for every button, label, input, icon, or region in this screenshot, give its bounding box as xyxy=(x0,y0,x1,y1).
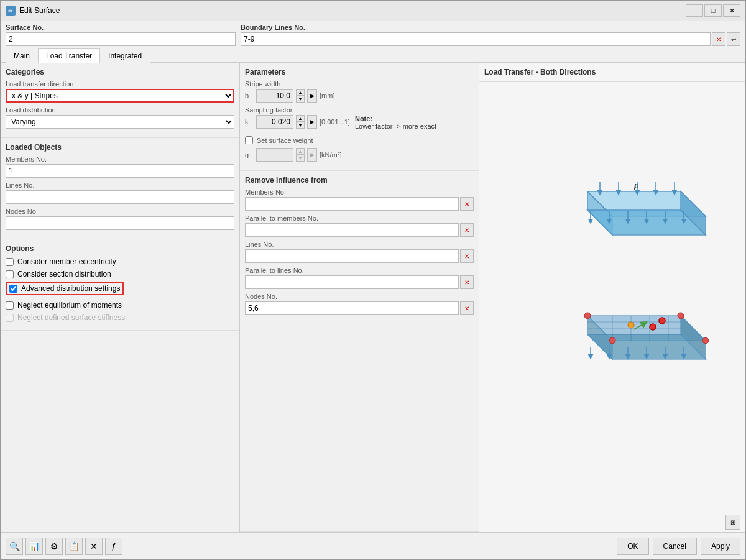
title-bar: ✏ Edit Surface ─ □ ✕ xyxy=(1,1,745,21)
neglect-equilibrium-checkbox[interactable] xyxy=(6,301,14,310)
window-controls: ─ □ ✕ xyxy=(686,4,740,17)
action-buttons: OK Cancel Apply xyxy=(617,538,740,555)
load-distribution-label: Load distribution xyxy=(6,106,234,114)
delete-icon-button[interactable]: ✕ xyxy=(85,538,103,555)
g-spinners: ▲ ▼ xyxy=(296,148,305,162)
svg-point-31 xyxy=(609,337,615,344)
diagram-area: p xyxy=(479,82,745,512)
ri-parallel-lines-clear[interactable]: ✕ xyxy=(460,275,474,289)
sampling-note: Note: Lower factor -> more exact xyxy=(355,115,436,130)
consider-section-checkbox[interactable] xyxy=(6,270,14,278)
consider-eccentricity-row: Consider member eccentricity xyxy=(6,257,234,267)
stripe-width-down[interactable]: ▼ xyxy=(296,96,305,103)
stripe-width-row: Stripe width b ▲ ▼ ▶ [mm] xyxy=(245,80,474,103)
ri-parallel-members-input[interactable] xyxy=(245,223,459,237)
stripe-width-unit: [mm] xyxy=(320,92,334,99)
ri-members-input-group: ✕ xyxy=(245,197,474,211)
consider-eccentricity-label: Consider member eccentricity xyxy=(17,257,116,266)
stripe-width-arrow[interactable]: ▶ xyxy=(307,89,317,103)
function-icon-button[interactable]: ƒ xyxy=(105,538,122,555)
neglect-stiffness-checkbox xyxy=(6,314,14,322)
sampling-factor-input[interactable] xyxy=(256,115,293,129)
parameters-title: Parameters xyxy=(245,68,474,76)
sampling-down[interactable]: ▼ xyxy=(296,122,305,129)
options-section: Options Consider member eccentricity Con… xyxy=(1,239,239,331)
left-panel: Categories Load transfer direction x & y… xyxy=(1,63,240,532)
right-panel-title: Load Transfer - Both Directions xyxy=(479,63,745,82)
k-label: k xyxy=(245,118,254,126)
loaded-objects-title: Loaded Objects xyxy=(6,143,234,152)
loaded-lines-input[interactable] xyxy=(6,190,234,204)
boundary-lines-input[interactable] xyxy=(241,32,711,46)
stripe-width-spinners: ▲ ▼ xyxy=(296,89,305,103)
tab-integrated[interactable]: Integrated xyxy=(100,48,150,63)
set-surface-weight-label: Set surface weight xyxy=(257,137,313,144)
middle-panel: Parameters Stripe width b ▲ ▼ ▶ [mm] xyxy=(240,63,479,532)
sampling-arrow[interactable]: ▶ xyxy=(307,115,317,129)
ri-nodes-label: Nodes No. xyxy=(245,293,474,300)
load-distribution-select[interactable]: Varying Uniform xyxy=(6,115,234,129)
boundary-input-group: ✕ ↩ xyxy=(241,32,740,46)
tab-main[interactable]: Main xyxy=(6,48,38,63)
svg-point-28 xyxy=(584,313,591,319)
sampling-up[interactable]: ▲ xyxy=(296,115,305,122)
ri-nodes-input[interactable] xyxy=(245,301,459,315)
close-button[interactable]: ✕ xyxy=(723,4,740,17)
loaded-members-row: Members No. xyxy=(6,155,234,178)
ri-parallel-lines-input[interactable] xyxy=(245,275,459,289)
ok-button[interactable]: OK xyxy=(617,538,648,555)
tab-load-transfer[interactable]: Load Transfer xyxy=(38,48,100,63)
surface-no-group: Surface No. xyxy=(6,24,236,46)
set-surface-row: Set surface weight xyxy=(245,136,474,144)
window-icon: ✏ xyxy=(6,6,16,16)
g-unit: [kN/m²] xyxy=(320,151,341,158)
maximize-button[interactable]: □ xyxy=(704,4,722,17)
boundary-refresh-button[interactable]: ↩ xyxy=(727,32,740,46)
minimize-button[interactable]: ─ xyxy=(686,4,703,17)
settings-icon-button[interactable]: ⚙ xyxy=(45,538,63,555)
ri-parallel-members-row: Parallel to members No. ✕ xyxy=(245,214,474,237)
table-icon-button[interactable]: 📊 xyxy=(25,538,43,555)
ri-nodes-row: Nodes No. ✕ xyxy=(245,293,474,315)
g-input xyxy=(256,148,293,162)
stripe-width-input[interactable] xyxy=(256,89,293,103)
set-surface-weight-checkbox[interactable] xyxy=(245,136,253,144)
boundary-lines-label: Boundary Lines No. xyxy=(241,24,740,31)
g-row: g ▲ ▼ ▶ [kN/m²] xyxy=(245,148,474,162)
consider-section-label: Consider section distribution xyxy=(17,270,111,278)
ri-parallel-lines-row: Parallel to lines No. ✕ xyxy=(245,267,474,289)
load-distribution-row: Load distribution Varying Uniform xyxy=(6,106,234,129)
loaded-lines-row: Lines No. xyxy=(6,181,234,204)
neglect-equilibrium-label: Neglect equilibrium of moments xyxy=(17,301,122,310)
tab-bar: Main Load Transfer Integrated xyxy=(1,48,745,63)
svg-text:p: p xyxy=(633,181,638,190)
copy-icon-button[interactable]: 📋 xyxy=(65,538,83,555)
advanced-distribution-row: Advanced distribution settings xyxy=(6,282,124,295)
loaded-members-input[interactable] xyxy=(6,164,234,178)
boundary-clear-button[interactable]: ✕ xyxy=(712,32,725,46)
stripe-width-up[interactable]: ▲ xyxy=(296,89,305,96)
cancel-button[interactable]: Cancel xyxy=(653,538,697,555)
sampling-factor-input-row: k ▲ ▼ ▶ [0.001...1] xyxy=(245,115,350,129)
ri-parallel-members-clear[interactable]: ✕ xyxy=(460,223,474,237)
loaded-nodes-input[interactable] xyxy=(6,216,234,230)
consider-eccentricity-checkbox[interactable] xyxy=(6,258,14,266)
apply-button[interactable]: Apply xyxy=(701,538,740,555)
ri-lines-clear[interactable]: ✕ xyxy=(460,249,474,263)
search-icon-button[interactable]: 🔍 xyxy=(6,538,23,555)
neglect-stiffness-label: Neglect defined surface stiffness xyxy=(17,313,125,322)
advanced-distribution-checkbox[interactable] xyxy=(9,285,17,293)
zoom-button[interactable]: ⊞ xyxy=(725,515,740,530)
load-transfer-direction-select[interactable]: x & y | Stripes x | Stripes y | Stripes xyxy=(6,89,234,103)
remove-influence-title: Remove Influence from xyxy=(245,176,474,185)
categories-title: Categories xyxy=(6,68,234,76)
ri-lines-input-group: ✕ xyxy=(245,249,474,263)
ri-parallel-members-label: Parallel to members No. xyxy=(245,214,474,222)
svg-point-29 xyxy=(678,313,684,319)
neglect-equilibrium-row: Neglect equilibrium of moments xyxy=(6,300,234,310)
surface-no-input[interactable] xyxy=(6,32,236,46)
ri-nodes-clear[interactable]: ✕ xyxy=(460,301,474,315)
ri-members-clear[interactable]: ✕ xyxy=(460,197,474,211)
ri-lines-input[interactable] xyxy=(245,249,459,263)
ri-members-input[interactable] xyxy=(245,197,459,211)
